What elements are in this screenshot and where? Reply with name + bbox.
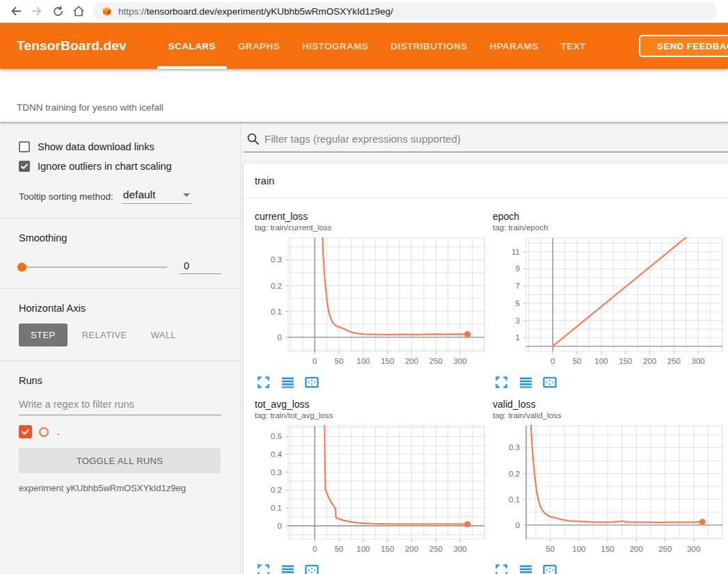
tag-filter-row [244,130,728,152]
tooltip-sorting-value: default [123,189,156,201]
url-bar[interactable]: https://tensorboard.dev/experiment/yKUbh… [93,2,717,20]
fit-domain-icon[interactable] [305,375,319,389]
fit-domain-icon[interactable] [305,563,319,574]
svg-text:50: 50 [546,545,555,553]
chart-tag: tag: train/current_loss [255,223,493,232]
svg-text:0.1: 0.1 [509,495,520,504]
line-chart-current-loss[interactable]: 05010015020025030000.10.20.3 [255,234,491,374]
data-series-icon[interactable] [280,563,294,574]
check-icon [20,162,29,170]
smoothing-value[interactable]: 0 [180,260,221,274]
chart-title: tot_avg_loss [255,399,493,410]
show-download-links-row[interactable]: Show data download links [19,141,221,152]
tab-text[interactable]: TEXT [550,23,597,69]
run-color-swatch [39,427,49,437]
chart-toolbar [255,375,493,389]
tag-filter-input[interactable] [244,130,728,152]
smoothing-row: 0 [19,260,221,274]
svg-text:150: 150 [619,357,632,365]
axis-step-button[interactable]: STEP [19,324,68,346]
run-checkbox[interactable] [19,425,32,438]
smoothing-label: Smoothing [19,232,221,244]
app-header: TensorBoard.dev SCALARS GRAPHS HISTOGRAM… [0,23,728,69]
chart-card-valid-loss: valid_loss tag: train/valid_loss 5010015… [493,399,728,574]
fit-domain-icon[interactable] [543,375,557,389]
url-text: https://tensorboard.dev/experiment/yKUbh… [118,6,393,17]
fullscreen-icon[interactable] [494,563,508,574]
tab-graphs[interactable]: GRAPHS [227,23,291,69]
slider-thumb[interactable] [17,263,26,272]
svg-text:50: 50 [573,357,582,365]
svg-text:0: 0 [312,357,317,365]
chart-tag: tag: train/tot_avg_loss [255,411,493,420]
back-icon[interactable] [6,2,26,20]
fullscreen-icon[interactable] [256,375,270,389]
ignore-outliers-label: Ignore outliers in chart scaling [38,161,172,172]
line-chart-tot-avg-loss[interactable]: 05010015020025030000.10.20.30.40.5 [255,422,491,561]
line-chart-valid-loss[interactable]: 5010015020025030000.10.20.3 [493,422,728,561]
svg-text:0.2: 0.2 [509,470,520,478]
send-feedback-button[interactable]: SEND FEEDBACK [639,35,728,57]
svg-text:150: 150 [601,545,614,553]
chart-toolbar [493,563,728,574]
svg-text:0: 0 [516,521,520,529]
home-icon[interactable] [68,2,89,20]
fit-domain-icon[interactable] [543,563,557,574]
experiment-title: TDNN training for yesno with icefall [17,102,164,113]
chart-toolbar [493,375,728,389]
data-series-icon[interactable] [519,375,532,389]
runs-label: Runs [19,375,221,386]
chart-title: epoch [493,211,728,222]
fullscreen-icon[interactable] [494,375,508,389]
svg-text:50: 50 [335,357,344,365]
runs-filter-input[interactable] [19,396,221,415]
experiment-title-band: TDNN training for yesno with icefall [0,69,728,122]
svg-text:200: 200 [405,357,418,365]
fullscreen-icon[interactable] [256,563,270,574]
experiment-id-note: experiment yKUbhb5wRmOSXYkId1z9eg [19,483,221,493]
tab-hparams[interactable]: HPARAMS [479,23,550,69]
show-download-links-label: Show data download links [38,141,155,152]
tag-group-card-train: train current_loss tag: train/current_lo… [244,164,728,574]
svg-text:0.5: 0.5 [271,432,282,440]
svg-text:150: 150 [381,545,394,553]
svg-text:100: 100 [594,357,608,365]
axis-wall-button[interactable]: WALL [139,324,189,346]
divider [0,360,240,361]
line-chart-epoch[interactable]: 0501001502002503001357911 [493,234,728,374]
tag-group-header[interactable]: train [244,164,728,198]
ignore-outliers-row[interactable]: Ignore outliers in chart scaling [19,161,221,172]
reload-icon[interactable] [47,2,68,20]
forward-icon[interactable] [26,2,47,20]
chart-toolbar [255,563,493,574]
data-series-icon[interactable] [519,563,532,574]
smoothing-slider[interactable] [19,266,167,268]
svg-text:0.1: 0.1 [271,308,282,316]
chart-title: current_loss [255,211,493,222]
tab-scalars[interactable]: SCALARS [157,23,227,69]
svg-text:0.1: 0.1 [271,504,282,512]
svg-text:0.3: 0.3 [509,443,520,452]
toggle-all-runs-button[interactable]: TOGGLE ALL RUNS [19,448,221,473]
svg-text:250: 250 [429,545,443,553]
svg-text:0.3: 0.3 [271,468,282,477]
axis-relative-button[interactable]: RELATIVE [70,324,139,346]
svg-text:0: 0 [551,357,555,365]
svg-text:250: 250 [429,357,443,365]
svg-text:9: 9 [516,264,520,273]
svg-text:7: 7 [516,282,520,290]
content-area: Show data download links Ignore outliers… [0,122,728,574]
divider [0,218,240,218]
tab-histograms[interactable]: HISTOGRAMS [291,23,379,69]
app-logo: TensorBoard.dev [17,38,127,54]
settings-sidebar: Show data download links Ignore outliers… [0,122,241,574]
url-domain: tensorboard.dev [147,6,215,17]
tooltip-sorting-row: Tooltip sorting method: default [19,189,221,204]
tab-distributions[interactable]: DISTRIBUTIONS [379,23,478,69]
ignore-outliers-checkbox[interactable] [19,161,30,172]
svg-text:0.2: 0.2 [271,282,282,290]
svg-text:5: 5 [516,299,520,308]
data-series-icon[interactable] [280,375,294,389]
tooltip-sorting-select[interactable]: default [122,189,191,204]
show-download-links-checkbox[interactable] [19,141,30,152]
